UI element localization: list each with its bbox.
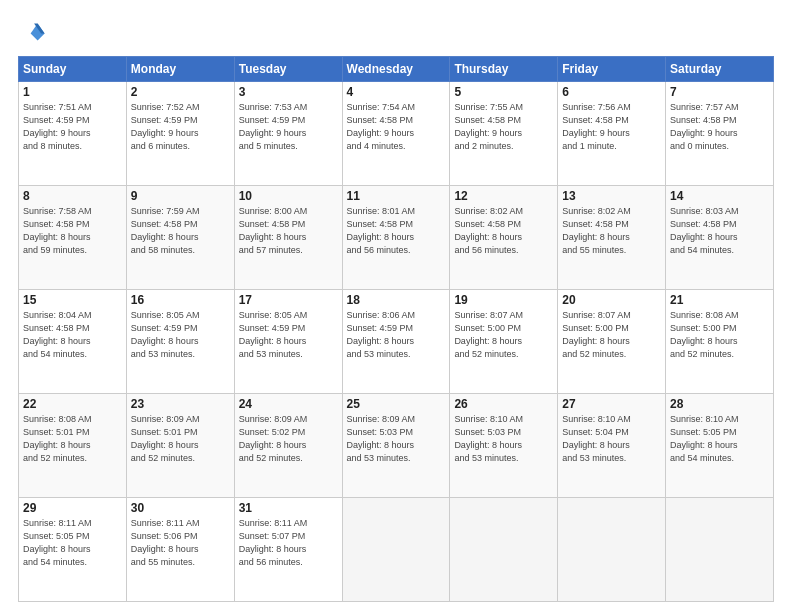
calendar-day-cell: 2Sunrise: 7:52 AM Sunset: 4:59 PM Daylig…: [126, 82, 234, 186]
day-info: Sunrise: 7:51 AM Sunset: 4:59 PM Dayligh…: [23, 101, 122, 153]
calendar-day-cell: 21Sunrise: 8:08 AM Sunset: 5:00 PM Dayli…: [666, 290, 774, 394]
calendar-day-cell: 13Sunrise: 8:02 AM Sunset: 4:58 PM Dayli…: [558, 186, 666, 290]
day-number: 8: [23, 189, 122, 203]
calendar-day-cell: 5Sunrise: 7:55 AM Sunset: 4:58 PM Daylig…: [450, 82, 558, 186]
day-number: 17: [239, 293, 338, 307]
day-number: 20: [562, 293, 661, 307]
day-number: 7: [670, 85, 769, 99]
calendar-day-cell: 19Sunrise: 8:07 AM Sunset: 5:00 PM Dayli…: [450, 290, 558, 394]
weekday-header: Monday: [126, 57, 234, 82]
day-info: Sunrise: 8:10 AM Sunset: 5:05 PM Dayligh…: [670, 413, 769, 465]
day-info: Sunrise: 7:56 AM Sunset: 4:58 PM Dayligh…: [562, 101, 661, 153]
calendar-day-cell: 31Sunrise: 8:11 AM Sunset: 5:07 PM Dayli…: [234, 498, 342, 602]
calendar-day-cell: 24Sunrise: 8:09 AM Sunset: 5:02 PM Dayli…: [234, 394, 342, 498]
day-number: 13: [562, 189, 661, 203]
day-number: 24: [239, 397, 338, 411]
calendar-week-row: 29Sunrise: 8:11 AM Sunset: 5:05 PM Dayli…: [19, 498, 774, 602]
calendar-day-cell: [450, 498, 558, 602]
day-number: 31: [239, 501, 338, 515]
day-info: Sunrise: 8:02 AM Sunset: 4:58 PM Dayligh…: [454, 205, 553, 257]
day-number: 3: [239, 85, 338, 99]
calendar-table: SundayMondayTuesdayWednesdayThursdayFrid…: [18, 56, 774, 602]
calendar-day-cell: [558, 498, 666, 602]
day-info: Sunrise: 7:57 AM Sunset: 4:58 PM Dayligh…: [670, 101, 769, 153]
calendar-day-cell: 27Sunrise: 8:10 AM Sunset: 5:04 PM Dayli…: [558, 394, 666, 498]
weekday-header: Saturday: [666, 57, 774, 82]
day-info: Sunrise: 7:55 AM Sunset: 4:58 PM Dayligh…: [454, 101, 553, 153]
day-info: Sunrise: 8:11 AM Sunset: 5:06 PM Dayligh…: [131, 517, 230, 569]
day-number: 27: [562, 397, 661, 411]
calendar-day-cell: 15Sunrise: 8:04 AM Sunset: 4:58 PM Dayli…: [19, 290, 127, 394]
calendar-day-cell: 28Sunrise: 8:10 AM Sunset: 5:05 PM Dayli…: [666, 394, 774, 498]
day-number: 11: [347, 189, 446, 203]
calendar-day-cell: 11Sunrise: 8:01 AM Sunset: 4:58 PM Dayli…: [342, 186, 450, 290]
day-info: Sunrise: 7:59 AM Sunset: 4:58 PM Dayligh…: [131, 205, 230, 257]
day-number: 9: [131, 189, 230, 203]
calendar-week-row: 15Sunrise: 8:04 AM Sunset: 4:58 PM Dayli…: [19, 290, 774, 394]
day-info: Sunrise: 7:52 AM Sunset: 4:59 PM Dayligh…: [131, 101, 230, 153]
calendar-day-cell: 10Sunrise: 8:00 AM Sunset: 4:58 PM Dayli…: [234, 186, 342, 290]
day-number: 28: [670, 397, 769, 411]
weekday-header: Sunday: [19, 57, 127, 82]
day-info: Sunrise: 8:03 AM Sunset: 4:58 PM Dayligh…: [670, 205, 769, 257]
day-info: Sunrise: 8:04 AM Sunset: 4:58 PM Dayligh…: [23, 309, 122, 361]
weekday-header: Friday: [558, 57, 666, 82]
day-number: 10: [239, 189, 338, 203]
calendar-day-cell: 20Sunrise: 8:07 AM Sunset: 5:00 PM Dayli…: [558, 290, 666, 394]
day-info: Sunrise: 8:05 AM Sunset: 4:59 PM Dayligh…: [131, 309, 230, 361]
calendar-day-cell: 9Sunrise: 7:59 AM Sunset: 4:58 PM Daylig…: [126, 186, 234, 290]
day-info: Sunrise: 8:08 AM Sunset: 5:00 PM Dayligh…: [670, 309, 769, 361]
day-info: Sunrise: 8:09 AM Sunset: 5:03 PM Dayligh…: [347, 413, 446, 465]
day-number: 21: [670, 293, 769, 307]
calendar-header-row: SundayMondayTuesdayWednesdayThursdayFrid…: [19, 57, 774, 82]
day-number: 14: [670, 189, 769, 203]
day-info: Sunrise: 8:10 AM Sunset: 5:03 PM Dayligh…: [454, 413, 553, 465]
calendar-week-row: 22Sunrise: 8:08 AM Sunset: 5:01 PM Dayli…: [19, 394, 774, 498]
day-info: Sunrise: 8:10 AM Sunset: 5:04 PM Dayligh…: [562, 413, 661, 465]
day-number: 19: [454, 293, 553, 307]
day-number: 22: [23, 397, 122, 411]
day-number: 6: [562, 85, 661, 99]
weekday-header: Wednesday: [342, 57, 450, 82]
calendar-day-cell: 6Sunrise: 7:56 AM Sunset: 4:58 PM Daylig…: [558, 82, 666, 186]
calendar-day-cell: 14Sunrise: 8:03 AM Sunset: 4:58 PM Dayli…: [666, 186, 774, 290]
calendar-day-cell: 26Sunrise: 8:10 AM Sunset: 5:03 PM Dayli…: [450, 394, 558, 498]
day-info: Sunrise: 7:58 AM Sunset: 4:58 PM Dayligh…: [23, 205, 122, 257]
calendar-day-cell: 18Sunrise: 8:06 AM Sunset: 4:59 PM Dayli…: [342, 290, 450, 394]
weekday-header: Tuesday: [234, 57, 342, 82]
day-number: 5: [454, 85, 553, 99]
day-info: Sunrise: 8:05 AM Sunset: 4:59 PM Dayligh…: [239, 309, 338, 361]
day-number: 30: [131, 501, 230, 515]
day-number: 15: [23, 293, 122, 307]
calendar-day-cell: [342, 498, 450, 602]
day-number: 23: [131, 397, 230, 411]
logo: [18, 18, 50, 46]
day-number: 29: [23, 501, 122, 515]
day-number: 25: [347, 397, 446, 411]
calendar-week-row: 8Sunrise: 7:58 AM Sunset: 4:58 PM Daylig…: [19, 186, 774, 290]
day-info: Sunrise: 8:07 AM Sunset: 5:00 PM Dayligh…: [562, 309, 661, 361]
day-info: Sunrise: 8:11 AM Sunset: 5:05 PM Dayligh…: [23, 517, 122, 569]
calendar-day-cell: 22Sunrise: 8:08 AM Sunset: 5:01 PM Dayli…: [19, 394, 127, 498]
day-info: Sunrise: 8:09 AM Sunset: 5:02 PM Dayligh…: [239, 413, 338, 465]
day-info: Sunrise: 7:53 AM Sunset: 4:59 PM Dayligh…: [239, 101, 338, 153]
calendar-day-cell: [666, 498, 774, 602]
page: SundayMondayTuesdayWednesdayThursdayFrid…: [0, 0, 792, 612]
day-info: Sunrise: 8:11 AM Sunset: 5:07 PM Dayligh…: [239, 517, 338, 569]
day-info: Sunrise: 8:00 AM Sunset: 4:58 PM Dayligh…: [239, 205, 338, 257]
day-info: Sunrise: 8:07 AM Sunset: 5:00 PM Dayligh…: [454, 309, 553, 361]
calendar-day-cell: 16Sunrise: 8:05 AM Sunset: 4:59 PM Dayli…: [126, 290, 234, 394]
calendar-day-cell: 12Sunrise: 8:02 AM Sunset: 4:58 PM Dayli…: [450, 186, 558, 290]
day-number: 16: [131, 293, 230, 307]
day-info: Sunrise: 8:06 AM Sunset: 4:59 PM Dayligh…: [347, 309, 446, 361]
day-number: 12: [454, 189, 553, 203]
calendar-day-cell: 7Sunrise: 7:57 AM Sunset: 4:58 PM Daylig…: [666, 82, 774, 186]
day-info: Sunrise: 7:54 AM Sunset: 4:58 PM Dayligh…: [347, 101, 446, 153]
calendar-day-cell: 4Sunrise: 7:54 AM Sunset: 4:58 PM Daylig…: [342, 82, 450, 186]
calendar-week-row: 1Sunrise: 7:51 AM Sunset: 4:59 PM Daylig…: [19, 82, 774, 186]
calendar-day-cell: 8Sunrise: 7:58 AM Sunset: 4:58 PM Daylig…: [19, 186, 127, 290]
weekday-header: Thursday: [450, 57, 558, 82]
calendar-day-cell: 30Sunrise: 8:11 AM Sunset: 5:06 PM Dayli…: [126, 498, 234, 602]
day-number: 2: [131, 85, 230, 99]
day-info: Sunrise: 8:02 AM Sunset: 4:58 PM Dayligh…: [562, 205, 661, 257]
